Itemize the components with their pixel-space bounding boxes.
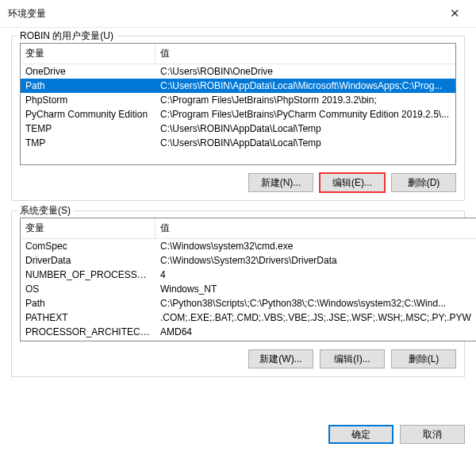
sys-table-header: 变量 值	[21, 218, 476, 239]
user-vars-group: ROBIN 的用户变量(U) 变量 值 OneDriveC:\Users\ROB…	[11, 36, 465, 201]
table-row[interactable]: TEMPC:\Users\ROBIN\AppData\Local\Temp	[21, 121, 455, 136]
cell-var-value: C:\Program Files\JetBrains\PhpStorm 2019…	[155, 93, 455, 107]
table-row[interactable]: PathC:\Users\ROBIN\AppData\Local\Microso…	[21, 79, 455, 93]
sys-edit-button[interactable]: 编辑(I)...	[320, 349, 385, 368]
ok-button[interactable]: 确定	[328, 425, 393, 444]
cell-var-value: C:\Users\ROBIN\AppData\Local\Microsoft\W…	[155, 79, 455, 93]
cell-var-name: PhpStorm	[21, 93, 155, 107]
cell-var-name: TEMP	[21, 121, 155, 136]
cell-var-name: DriverData	[21, 253, 155, 268]
col-head-name[interactable]: 变量	[21, 44, 155, 64]
cell-var-value: C:\Users\ROBIN\AppData\Local\Temp	[155, 121, 455, 136]
cell-var-value: C:\Program Files\JetBrains\PyCharm Commu…	[155, 107, 455, 121]
table-row[interactable]: PhpStormC:\Program Files\JetBrains\PhpSt…	[21, 93, 455, 107]
user-edit-button[interactable]: 编辑(E)...	[320, 173, 385, 192]
user-table-header: 变量 值	[21, 44, 455, 64]
table-row[interactable]: OSWindows_NT	[21, 282, 476, 296]
col-head-value[interactable]: 值	[155, 44, 455, 64]
user-vars-table[interactable]: 变量 值 OneDriveC:\Users\ROBIN\OneDrivePath…	[20, 43, 456, 165]
table-row[interactable]: PROCESSOR_IDENTIFIERIntel64 Family 6 Mod…	[21, 339, 476, 341]
sys-table-body: ComSpecC:\Windows\system32\cmd.exeDriver…	[21, 239, 476, 341]
cell-var-value: C:\Windows\system32\cmd.exe	[155, 239, 476, 253]
cell-var-name: PROCESSOR_IDENTIFIER	[21, 339, 155, 341]
cell-var-value: Windows_NT	[155, 282, 476, 296]
sys-new-button[interactable]: 新建(W)...	[248, 349, 313, 368]
cell-var-name: Path	[21, 79, 155, 93]
cell-var-value: C:\Users\ROBIN\OneDrive	[155, 64, 455, 79]
table-row[interactable]: PathC:\Python38\Scripts\;C:\Python38\;C:…	[21, 296, 476, 310]
table-row[interactable]: DriverDataC:\Windows\System32\Drivers\Dr…	[21, 253, 476, 268]
system-scroll-wrap: 变量 值 ComSpecC:\Windows\system32\cmd.exeD…	[20, 218, 456, 341]
cell-var-value: C:\Windows\System32\Drivers\DriverData	[155, 253, 476, 268]
table-row[interactable]: PyCharm Community EditionC:\Program File…	[21, 107, 455, 121]
system-vars-group: 系统变量(S) 变量 值 ComSpecC:\Windows\system32\…	[11, 210, 465, 377]
col-head-name[interactable]: 变量	[21, 218, 155, 238]
cell-var-name: PROCESSOR_ARCHITECTURE	[21, 325, 155, 339]
table-row[interactable]: PROCESSOR_ARCHITECTUREAMD64	[21, 325, 476, 339]
window-title: 环境变量	[8, 7, 46, 21]
cell-var-value: C:\Users\ROBIN\AppData\Local\Temp	[155, 136, 455, 150]
table-row[interactable]: PATHEXT.COM;.EXE;.BAT;.CMD;.VBS;.VBE;.JS…	[21, 310, 476, 325]
cell-var-value: .COM;.EXE;.BAT;.CMD;.VBS;.VBE;.JS;.JSE;.…	[155, 310, 476, 325]
close-icon: ✕	[450, 6, 460, 21]
cell-var-name: OneDrive	[21, 64, 155, 79]
user-table-body: OneDriveC:\Users\ROBIN\OneDrivePathC:\Us…	[21, 64, 455, 164]
cell-var-value: Intel64 Family 6 Model 142 Stepping 11, …	[155, 339, 476, 341]
cell-var-name: ComSpec	[21, 239, 155, 253]
system-vars-label: 系统变量(S)	[17, 204, 74, 218]
system-vars-table[interactable]: 变量 值 ComSpecC:\Windows\system32\cmd.exeD…	[20, 218, 476, 341]
user-vars-label: ROBIN 的用户变量(U)	[17, 29, 117, 43]
cell-var-name: NUMBER_OF_PROCESSORS	[21, 268, 155, 282]
user-vars-buttons: 新建(N)... 编辑(E)... 删除(D)	[20, 173, 456, 192]
cell-var-name: Path	[21, 296, 155, 310]
user-new-button[interactable]: 新建(N)...	[248, 173, 313, 192]
cell-var-name: OS	[21, 282, 155, 296]
cancel-button[interactable]: 取消	[400, 425, 465, 444]
cell-var-value: AMD64	[155, 325, 476, 339]
dialog-content: ROBIN 的用户变量(U) 变量 值 OneDriveC:\Users\ROB…	[0, 28, 476, 418]
cell-var-value: 4	[155, 268, 476, 282]
titlebar: 环境变量 ✕	[0, 0, 476, 28]
table-row[interactable]: TMPC:\Users\ROBIN\AppData\Local\Temp	[21, 136, 455, 150]
cell-var-name: PATHEXT	[21, 310, 155, 325]
sys-delete-button[interactable]: 删除(L)	[391, 349, 456, 368]
env-vars-dialog: 环境变量 ✕ ROBIN 的用户变量(U) 变量 值 OneDriveC:\Us…	[0, 0, 476, 455]
cell-var-name: PyCharm Community Edition	[21, 107, 155, 121]
col-head-value[interactable]: 值	[155, 218, 476, 238]
system-vars-buttons: 新建(W)... 编辑(I)... 删除(L)	[20, 349, 456, 368]
table-row[interactable]: NUMBER_OF_PROCESSORS4	[21, 268, 476, 282]
cell-var-value: C:\Python38\Scripts\;C:\Python38\;C:\Win…	[155, 296, 476, 310]
table-row[interactable]: OneDriveC:\Users\ROBIN\OneDrive	[21, 64, 455, 79]
user-delete-button[interactable]: 删除(D)	[391, 173, 456, 192]
dialog-footer-buttons: 确定 取消	[0, 418, 476, 455]
table-row[interactable]: ComSpecC:\Windows\system32\cmd.exe	[21, 239, 476, 253]
cell-var-name: TMP	[21, 136, 155, 150]
close-button[interactable]: ✕	[440, 5, 470, 22]
